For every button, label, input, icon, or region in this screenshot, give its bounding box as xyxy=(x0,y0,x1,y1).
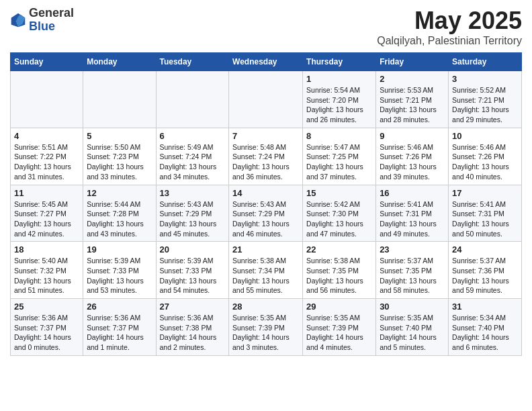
calendar-cell: 16Sunrise: 5:41 AMSunset: 7:31 PMDayligh… xyxy=(376,185,449,242)
calendar-cell: 30Sunrise: 5:35 AMSunset: 7:40 PMDayligh… xyxy=(376,299,449,356)
logo-text: General Blue xyxy=(29,7,74,34)
header-monday: Monday xyxy=(83,53,156,71)
cell-content: Sunrise: 5:52 AMSunset: 7:21 PMDaylight:… xyxy=(452,85,518,125)
day-number: 10 xyxy=(452,131,518,141)
cell-content: Sunrise: 5:39 AMSunset: 7:33 PMDaylight:… xyxy=(160,256,226,295)
calendar-cell: 11Sunrise: 5:45 AMSunset: 7:27 PMDayligh… xyxy=(11,185,83,242)
cell-content: Sunrise: 5:54 AMSunset: 7:20 PMDaylight:… xyxy=(306,85,372,125)
month-title: May 2025 xyxy=(377,7,522,35)
day-number: 9 xyxy=(380,131,445,141)
day-number: 27 xyxy=(160,302,226,312)
day-number: 12 xyxy=(87,188,152,198)
calendar-cell xyxy=(83,71,156,128)
header-saturday: Saturday xyxy=(449,53,522,71)
calendar-cell: 17Sunrise: 5:41 AMSunset: 7:31 PMDayligh… xyxy=(449,185,522,242)
cell-content: Sunrise: 5:49 AMSunset: 7:24 PMDaylight:… xyxy=(160,142,226,182)
calendar-cell: 8Sunrise: 5:47 AMSunset: 7:25 PMDaylight… xyxy=(303,128,376,185)
week-row-5: 25Sunrise: 5:36 AMSunset: 7:37 PMDayligh… xyxy=(11,299,522,356)
day-number: 18 xyxy=(14,244,79,255)
cell-content: Sunrise: 5:35 AMSunset: 7:39 PMDaylight:… xyxy=(232,313,299,353)
calendar-cell: 4Sunrise: 5:51 AMSunset: 7:22 PMDaylight… xyxy=(11,128,83,185)
day-number: 2 xyxy=(380,74,445,84)
calendar-cell: 6Sunrise: 5:49 AMSunset: 7:24 PMDaylight… xyxy=(156,128,229,185)
cell-content: Sunrise: 5:50 AMSunset: 7:23 PMDaylight:… xyxy=(87,142,152,182)
cell-content: Sunrise: 5:39 AMSunset: 7:33 PMDaylight:… xyxy=(87,256,152,295)
cell-content: Sunrise: 5:51 AMSunset: 7:22 PMDaylight:… xyxy=(14,142,79,182)
calendar-cell: 28Sunrise: 5:35 AMSunset: 7:39 PMDayligh… xyxy=(229,299,303,356)
cell-content: Sunrise: 5:37 AMSunset: 7:35 PMDaylight:… xyxy=(380,256,445,295)
week-row-4: 18Sunrise: 5:40 AMSunset: 7:32 PMDayligh… xyxy=(11,242,522,299)
day-number: 1 xyxy=(306,74,372,84)
calendar-cell: 5Sunrise: 5:50 AMSunset: 7:23 PMDaylight… xyxy=(83,128,156,185)
calendar-cell: 20Sunrise: 5:39 AMSunset: 7:33 PMDayligh… xyxy=(156,242,229,299)
day-number: 8 xyxy=(306,131,372,141)
day-number: 14 xyxy=(232,188,299,198)
cell-content: Sunrise: 5:36 AMSunset: 7:37 PMDaylight:… xyxy=(87,313,152,353)
calendar-cell: 15Sunrise: 5:42 AMSunset: 7:30 PMDayligh… xyxy=(303,185,376,242)
day-number: 17 xyxy=(452,188,518,198)
cell-content: Sunrise: 5:41 AMSunset: 7:31 PMDaylight:… xyxy=(380,199,445,239)
day-number: 28 xyxy=(232,302,299,312)
page-header: General Blue May 2025 Qalqilyah, Palesti… xyxy=(10,7,522,47)
cell-content: Sunrise: 5:44 AMSunset: 7:28 PMDaylight:… xyxy=(87,199,152,239)
cell-content: Sunrise: 5:40 AMSunset: 7:32 PMDaylight:… xyxy=(14,256,79,295)
title-block: May 2025 Qalqilyah, Palestinian Territor… xyxy=(377,7,522,47)
cell-content: Sunrise: 5:37 AMSunset: 7:36 PMDaylight:… xyxy=(452,256,518,295)
day-number: 23 xyxy=(380,244,445,255)
calendar-cell: 9Sunrise: 5:46 AMSunset: 7:26 PMDaylight… xyxy=(376,128,449,185)
calendar-cell xyxy=(156,71,229,128)
cell-content: Sunrise: 5:36 AMSunset: 7:37 PMDaylight:… xyxy=(14,313,79,353)
cell-content: Sunrise: 5:38 AMSunset: 7:34 PMDaylight:… xyxy=(232,256,299,295)
calendar-cell: 27Sunrise: 5:36 AMSunset: 7:38 PMDayligh… xyxy=(156,299,229,356)
calendar-cell: 1Sunrise: 5:54 AMSunset: 7:20 PMDaylight… xyxy=(303,71,376,128)
header-friday: Friday xyxy=(376,53,449,71)
header-tuesday: Tuesday xyxy=(156,53,229,71)
calendar-cell: 25Sunrise: 5:36 AMSunset: 7:37 PMDayligh… xyxy=(11,299,83,356)
calendar-cell: 12Sunrise: 5:44 AMSunset: 7:28 PMDayligh… xyxy=(83,185,156,242)
day-number: 6 xyxy=(160,131,226,141)
calendar-cell: 29Sunrise: 5:35 AMSunset: 7:39 PMDayligh… xyxy=(303,299,376,356)
cell-content: Sunrise: 5:35 AMSunset: 7:39 PMDaylight:… xyxy=(306,313,372,353)
calendar-cell: 13Sunrise: 5:43 AMSunset: 7:29 PMDayligh… xyxy=(156,185,229,242)
week-row-2: 4Sunrise: 5:51 AMSunset: 7:22 PMDaylight… xyxy=(11,128,522,185)
day-number: 22 xyxy=(306,244,372,255)
day-number: 13 xyxy=(160,188,226,198)
day-number: 30 xyxy=(380,302,445,312)
calendar-cell: 19Sunrise: 5:39 AMSunset: 7:33 PMDayligh… xyxy=(83,242,156,299)
calendar-cell: 26Sunrise: 5:36 AMSunset: 7:37 PMDayligh… xyxy=(83,299,156,356)
cell-content: Sunrise: 5:34 AMSunset: 7:40 PMDaylight:… xyxy=(452,313,518,353)
day-number: 19 xyxy=(87,244,152,255)
cell-content: Sunrise: 5:41 AMSunset: 7:31 PMDaylight:… xyxy=(452,199,518,239)
cell-content: Sunrise: 5:35 AMSunset: 7:40 PMDaylight:… xyxy=(380,313,445,353)
cell-content: Sunrise: 5:46 AMSunset: 7:26 PMDaylight:… xyxy=(452,142,518,182)
day-number: 26 xyxy=(87,302,152,312)
week-row-3: 11Sunrise: 5:45 AMSunset: 7:27 PMDayligh… xyxy=(11,185,522,242)
day-number: 4 xyxy=(14,131,79,141)
cell-content: Sunrise: 5:36 AMSunset: 7:38 PMDaylight:… xyxy=(160,313,226,353)
day-number: 29 xyxy=(306,302,372,312)
cell-content: Sunrise: 5:45 AMSunset: 7:27 PMDaylight:… xyxy=(14,199,79,239)
cell-content: Sunrise: 5:46 AMSunset: 7:26 PMDaylight:… xyxy=(380,142,445,182)
day-number: 5 xyxy=(87,131,152,141)
calendar-cell xyxy=(11,71,83,128)
header-sunday: Sunday xyxy=(11,53,83,71)
cell-content: Sunrise: 5:53 AMSunset: 7:21 PMDaylight:… xyxy=(380,85,445,125)
calendar-cell: 2Sunrise: 5:53 AMSunset: 7:21 PMDaylight… xyxy=(376,71,449,128)
cell-content: Sunrise: 5:48 AMSunset: 7:24 PMDaylight:… xyxy=(232,142,299,182)
cell-content: Sunrise: 5:43 AMSunset: 7:29 PMDaylight:… xyxy=(160,199,226,239)
day-number: 24 xyxy=(452,244,518,255)
cell-content: Sunrise: 5:42 AMSunset: 7:30 PMDaylight:… xyxy=(306,199,372,239)
day-number: 16 xyxy=(380,188,445,198)
calendar-cell: 3Sunrise: 5:52 AMSunset: 7:21 PMDaylight… xyxy=(449,71,522,128)
day-number: 25 xyxy=(14,302,79,312)
day-number: 31 xyxy=(452,302,518,312)
calendar-cell: 21Sunrise: 5:38 AMSunset: 7:34 PMDayligh… xyxy=(229,242,303,299)
location-title: Qalqilyah, Palestinian Territory xyxy=(377,35,522,47)
day-number: 11 xyxy=(14,188,79,198)
calendar-cell: 22Sunrise: 5:38 AMSunset: 7:35 PMDayligh… xyxy=(303,242,376,299)
calendar-cell: 31Sunrise: 5:34 AMSunset: 7:40 PMDayligh… xyxy=(449,299,522,356)
calendar-cell: 23Sunrise: 5:37 AMSunset: 7:35 PMDayligh… xyxy=(376,242,449,299)
logo: General Blue xyxy=(10,7,74,34)
calendar-cell: 7Sunrise: 5:48 AMSunset: 7:24 PMDaylight… xyxy=(229,128,303,185)
calendar-cell: 10Sunrise: 5:46 AMSunset: 7:26 PMDayligh… xyxy=(449,128,522,185)
